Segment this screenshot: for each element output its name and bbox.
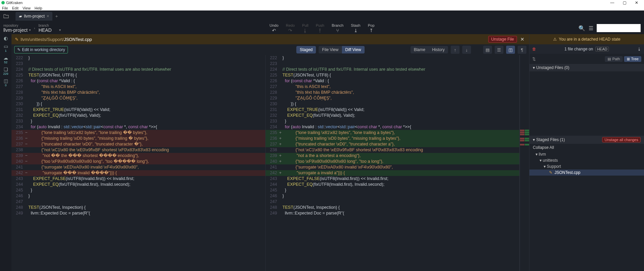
code-line[interactable]: 223	[11, 61, 265, 67]
sidebar-commit-icon[interactable]: ▭1	[4, 44, 8, 52]
code-line[interactable]: 224// Direct tests of isUTF8 and fixUTF8…	[266, 67, 519, 72]
tab-llvm-project[interactable]: ▰ llvm-project ×	[16, 12, 52, 21]
push-button[interactable]: Push⭱	[316, 23, 324, 33]
code-line[interactable]: 244 EXPECT_EQ(fixUTF8(Invalid.first), In…	[11, 182, 265, 187]
path-view-button[interactable]: ▤ Path	[605, 56, 623, 62]
code-line[interactable]: 234 for (auto Invalid : std::vector<std:…	[266, 124, 519, 130]
whitespace-icon[interactable]: ¶	[518, 46, 526, 54]
tree-folder-unittests[interactable]: ▾ unittests	[529, 157, 644, 163]
code-line[interactable]: 228 "thïs tëxt häs BMP chäräctërs",	[11, 90, 265, 95]
code-line[interactable]: 237− {"truncated character \xD0", "trunc…	[11, 141, 265, 147]
close-button[interactable]: ✕	[630, 0, 643, 5]
code-line[interactable]: 229 "ẒẠḶǴǑ ĆǑṂḚṢ",	[266, 95, 519, 101]
code-line[interactable]: 240+ {"too \xF9\x80\x80\x80\x80 long", "…	[266, 159, 519, 164]
inline-view-icon[interactable]: ▤	[483, 46, 492, 54]
code-line[interactable]: 222}	[266, 55, 519, 61]
undo-button[interactable]: Undo↶	[270, 23, 278, 33]
pop-button[interactable]: Pop⤒	[368, 23, 375, 33]
code-line[interactable]: 249 llvm::Expected Doc = parse(R"(	[11, 210, 265, 216]
code-line[interactable]: 244 EXPECT_EQ(fixUTF8(Invalid.first), In…	[266, 182, 519, 187]
search-icon[interactable]: 🔍	[578, 25, 585, 31]
code-line[interactable]: 228 "thïs tëxt häs BMP chäräctërs",	[266, 90, 519, 95]
code-line[interactable]: 246}	[11, 193, 265, 199]
code-line[interactable]: 243 EXPECT_FALSE(isUTF8(Invalid.first)) …	[11, 176, 265, 182]
code-line[interactable]: 241 {"surrogate \xED\xA0\x80 invalid \xF…	[11, 164, 265, 170]
tab-close-icon[interactable]: ×	[47, 14, 49, 19]
code-line[interactable]: 239− "not �� the ��� shortest ���� encod…	[11, 153, 265, 159]
code-line[interactable]: 248TEST(JSONTest, Inspection) {	[266, 205, 519, 210]
unstage-all-button[interactable]: Unstage all changes	[602, 137, 641, 142]
sidebar-tag-icon[interactable]: ❏229	[3, 67, 8, 75]
sort-icon[interactable]: ⇅	[532, 57, 536, 62]
code-line[interactable]: 227 "this is ASCII text",	[11, 84, 265, 90]
stash-button[interactable]: Stash⤓	[351, 23, 361, 33]
diff-pane-left[interactable]: 222}223224// Direct tests of isUTF8 and …	[11, 55, 266, 271]
code-line[interactable]: 246}	[266, 193, 519, 199]
code-line[interactable]: 235+ {"lone trailing \x81\x82 bytes", "l…	[266, 130, 519, 136]
code-line[interactable]: 224// Direct tests of isUTF8 and fixUTF8…	[11, 67, 265, 72]
code-line[interactable]: 225TEST(JSONTest, UTF8) {	[266, 72, 519, 78]
code-line[interactable]: 243 EXPECT_FALSE(isUTF8(Invalid.first)) …	[266, 176, 519, 182]
discard-all-icon[interactable]: 🗑	[532, 47, 536, 51]
code-line[interactable]: 249 llvm::Expected Doc = parse(R"(	[266, 210, 519, 216]
prev-hunk-button[interactable]: ↑	[451, 46, 460, 54]
menu-file[interactable]: File	[2, 6, 8, 10]
menu-edit[interactable]: Edit	[12, 6, 19, 10]
code-line[interactable]: 222}	[11, 55, 265, 61]
next-hunk-button[interactable]: ↓	[462, 46, 471, 54]
code-line[interactable]: 236− {"missing trailing \xD0 bytes", "mi…	[11, 136, 265, 141]
code-line[interactable]: 247	[11, 199, 265, 205]
menu-view[interactable]: View	[23, 6, 31, 10]
code-line[interactable]: 232 EXPECT_EQ(fixUTF8(Valid), Valid);	[266, 113, 519, 118]
code-line[interactable]: 238 {"not \xC1\x80 the \xE0\x9f\xBF shor…	[11, 147, 265, 153]
stage-all-icon[interactable]: ⭳	[637, 47, 641, 51]
unstaged-files-header[interactable]: ▾ Unstaged Files (0)	[529, 64, 644, 71]
sidebar-cloud-icon[interactable]: ☁52	[3, 55, 8, 64]
new-tab-button[interactable]: ＋	[54, 13, 59, 19]
hamburger-icon[interactable]: ☰	[589, 25, 593, 31]
repo-selector[interactable]: repository llvm-project▾	[3, 24, 31, 33]
code-line[interactable]: 238 {"not \xC1\x80 the \xE0\x9f\xBF shor…	[266, 147, 519, 153]
code-line[interactable]: 227 "this is ASCII text",	[266, 84, 519, 90]
code-line[interactable]: 242+ "surrogate a invalid a"}}) {	[266, 170, 519, 176]
code-line[interactable]: 226 for (const char *Valid : {	[266, 78, 519, 84]
code-line[interactable]: 231 EXPECT_TRUE(isUTF8(Valid)) << Valid;	[266, 107, 519, 113]
menu-help[interactable]: Help	[34, 6, 42, 10]
code-line[interactable]: 225TEST(JSONTest, UTF8) {	[11, 72, 265, 78]
code-line[interactable]: 236+ {"missing trailing \xD0 bytes", "mi…	[266, 136, 519, 141]
code-line[interactable]: 231 EXPECT_TRUE(isUTF8(Valid)) << Valid;	[11, 107, 265, 113]
minimize-button[interactable]: —	[606, 0, 618, 5]
code-line[interactable]: 233 }	[266, 118, 519, 124]
code-line[interactable]: 241 {"surrogate \xED\xA0\x80 invalid \xF…	[266, 164, 519, 170]
split-view-icon[interactable]: ◫	[506, 46, 515, 54]
sidebar-collapse-icon[interactable]: ◐	[4, 36, 8, 41]
code-line[interactable]: 240− {"too \xF9\x80\x80\x80\x80 long", "…	[11, 159, 265, 164]
open-repo-icon[interactable]	[3, 13, 9, 20]
code-line[interactable]: 232 EXPECT_EQ(fixUTF8(Valid), Valid);	[11, 113, 265, 118]
file-view-tab[interactable]: File View	[319, 46, 342, 53]
list-view-icon[interactable]: ☰	[495, 46, 503, 54]
code-line[interactable]: 226 for (const char *Valid : {	[11, 78, 265, 84]
code-line[interactable]: 234 for (auto Invalid : std::vector<std:…	[11, 124, 265, 130]
code-line[interactable]: 237+ {"truncated character \xD0", "trunc…	[266, 141, 519, 147]
close-diff-icon[interactable]: ✕	[519, 37, 526, 42]
code-line[interactable]: 247	[266, 199, 519, 205]
code-line[interactable]: 245 }	[266, 187, 519, 193]
tree-view-button[interactable]: ⊞ Tree	[624, 56, 641, 62]
branch-button[interactable]: Branch⑂	[332, 23, 344, 33]
code-line[interactable]: 223	[266, 61, 519, 67]
code-line[interactable]: 242− "surrogate ��� invalid ����"}}) {	[11, 170, 265, 176]
code-line[interactable]: 230 }) {	[11, 101, 265, 107]
branch-selector[interactable]: branch HEAD▾	[39, 24, 61, 33]
sidebar-submodule-icon[interactable]: ◫0	[4, 78, 8, 87]
pull-button[interactable]: Pull⭳	[302, 23, 308, 33]
unstage-file-button[interactable]: Unstage File	[488, 36, 517, 43]
staged-tab[interactable]: Staged	[296, 46, 316, 53]
blame-button[interactable]: Blame	[411, 46, 429, 53]
code-line[interactable]: 229 "ẒẠḶǴǑ ĆǑṂḚṢ",	[11, 95, 265, 101]
tree-folder-llvm[interactable]: ▾ llvm	[529, 151, 644, 157]
code-line[interactable]: 248TEST(JSONTest, Inspection) {	[11, 205, 265, 210]
code-line[interactable]: 239+ "not a the a shortest a encoding"},	[266, 153, 519, 159]
account-box[interactable]	[597, 24, 641, 32]
history-button[interactable]: History	[429, 46, 448, 53]
